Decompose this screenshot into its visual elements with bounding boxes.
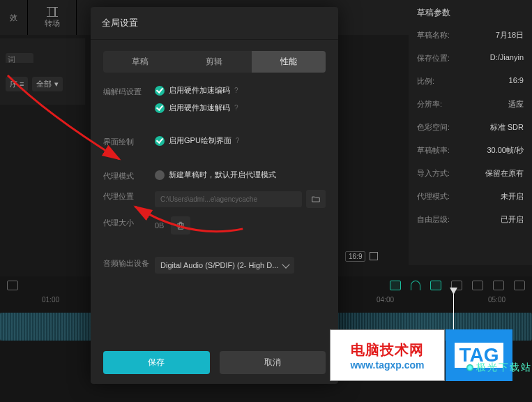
codec-section: 编解码设置 启用硬件加速编码 ? 启用硬件加速解码 ? <box>91 73 338 123</box>
watermark-site: 电脑技术网 www.tagxp.com <box>330 329 445 381</box>
value: 30.00帧/秒 <box>487 145 524 156</box>
tick: 05:00 <box>488 296 506 304</box>
trash-icon <box>176 221 185 230</box>
label: 比例: <box>417 76 434 87</box>
magnet-icon[interactable] <box>411 281 420 290</box>
fx-tab[interactable]: 效 <box>0 0 28 35</box>
transition-label: 转场 <box>45 18 60 29</box>
left-filters: 序 ≡ 全部 ▾ <box>0 63 85 105</box>
browse-folder-button[interactable] <box>306 190 326 208</box>
value: 标准 SDR <box>490 122 524 133</box>
check-icon <box>155 136 165 146</box>
help-icon[interactable]: ? <box>234 87 238 94</box>
help-icon[interactable]: ? <box>236 137 240 144</box>
brand-text: 极光下载站 <box>476 362 532 374</box>
tool-c-icon[interactable] <box>493 281 504 290</box>
label: 导入方式: <box>417 168 450 179</box>
tab-draft[interactable]: 草稿 <box>103 51 177 73</box>
value: 未开启 <box>501 191 524 202</box>
check-icon <box>155 103 165 113</box>
render-label: 界面绘制 <box>103 135 155 147</box>
audio-device-dropdown[interactable]: Digital Audio (S/PDIF) (2- High D... <box>155 257 294 274</box>
checkbox-label: 启用硬件加速编码 <box>169 85 230 96</box>
checkbox-label: 启用GPU绘制界面 <box>169 135 231 146</box>
value[interactable]: 适应 <box>508 99 524 110</box>
watermark-brand: 极光下载站 <box>466 362 532 374</box>
global-settings-dialog: 全局设置 草稿 剪辑 性能 编解码设置 启用硬件加速编码 ? 启用硬件加速解码 … <box>91 7 338 384</box>
align-right-icon[interactable] <box>472 281 483 290</box>
all-filter-button[interactable]: 全部 ▾ <box>32 77 62 91</box>
proxy-path-label: 代理位置 <box>103 190 155 202</box>
transition-icon <box>47 7 58 17</box>
tab-performance[interactable]: 性能 <box>252 51 326 73</box>
panel-title: 草稿参数 <box>417 7 524 19</box>
label: 自由层级: <box>417 214 450 225</box>
tick: 04:00 <box>377 296 394 304</box>
settings-tabs: 草稿 剪辑 性能 <box>103 51 326 73</box>
proxy-size-value: 0B <box>155 221 164 230</box>
check-icon <box>155 170 165 180</box>
gpu-render-checkbox[interactable]: 启用GPU绘制界面 ? <box>155 135 326 146</box>
fx-label: 效 <box>10 13 17 23</box>
value: 已开启 <box>501 214 524 225</box>
ratio-badge[interactable]: 16:9 <box>345 251 365 262</box>
sort-button[interactable]: 序 ≡ <box>6 77 28 91</box>
label: 草稿帧率: <box>417 145 450 156</box>
dialog-title: 全局设置 <box>91 7 338 40</box>
watermark-url: www.tagxp.com <box>350 359 424 371</box>
label: 代理模式: <box>417 191 450 202</box>
watermark-text: 电脑技术网 <box>351 341 424 359</box>
transition-tab[interactable]: 转场 <box>28 0 77 35</box>
brand-dot-icon <box>466 364 473 371</box>
label: 保存位置: <box>417 53 450 64</box>
proxy-path-input[interactable]: C:\Users\admi...e\agencycache <box>155 191 302 207</box>
checkbox-label: 新建草稿时，默认开启代理模式 <box>169 170 276 180</box>
hw-decode-checkbox[interactable]: 启用硬件加速解码 ? <box>155 103 326 113</box>
label: 色彩空间: <box>417 122 450 133</box>
tool-d-icon[interactable] <box>514 281 525 290</box>
proxy-section: 代理模式 新建草稿时，默认开启代理模式 代理位置 C:\Users\admi..… <box>91 157 338 244</box>
draft-params-panel: 草稿参数 草稿名称:7月18日 保存位置:D:/Jianyin 比例:16:9 … <box>409 0 532 265</box>
check-icon <box>155 86 165 96</box>
label: 草稿名称: <box>417 30 450 40</box>
value: 保留在原有 <box>485 168 524 179</box>
folder-icon <box>311 194 321 204</box>
checkbox-label: 启用硬件加速解码 <box>169 103 230 113</box>
tab-edit[interactable]: 剪辑 <box>177 51 251 73</box>
proxy-size-label: 代理大小 <box>103 216 155 228</box>
tick: 01:00 <box>42 296 59 304</box>
clear-proxy-button[interactable] <box>171 216 190 234</box>
tool-b-icon[interactable] <box>430 281 441 290</box>
cancel-button[interactable]: 取消 <box>220 351 326 374</box>
audio-section: 音频输出设备 Digital Audio (S/PDIF) (2- High D… <box>91 244 338 283</box>
fullscreen-icon[interactable] <box>370 252 378 260</box>
help-icon[interactable]: ? <box>234 104 238 112</box>
tool-a-icon[interactable] <box>390 281 401 290</box>
save-button[interactable]: 保存 <box>103 351 210 374</box>
codec-label: 编解码设置 <box>103 85 155 97</box>
mic-icon[interactable] <box>7 281 18 290</box>
value: 7月18日 <box>496 30 524 40</box>
dropdown-value: Digital Audio (S/PDIF) (2- High D... <box>160 261 278 269</box>
chevron-down-icon <box>282 260 289 268</box>
value[interactable]: D:/Jianyin <box>490 53 524 64</box>
proxy-mode-label: 代理模式 <box>103 170 155 181</box>
dialog-buttons: 保存 取消 <box>103 351 326 374</box>
render-section: 界面绘制 启用GPU绘制界面 ? <box>91 123 338 157</box>
hw-encode-checkbox[interactable]: 启用硬件加速编码 ? <box>155 85 326 96</box>
label: 分辨率: <box>417 99 442 110</box>
proxy-mode-checkbox[interactable]: 新建草稿时，默认开启代理模式 <box>155 170 326 180</box>
value: 16:9 <box>509 76 524 87</box>
audio-out-label: 音频输出设备 <box>103 257 155 269</box>
preview-controls: 16:9 <box>345 248 401 264</box>
